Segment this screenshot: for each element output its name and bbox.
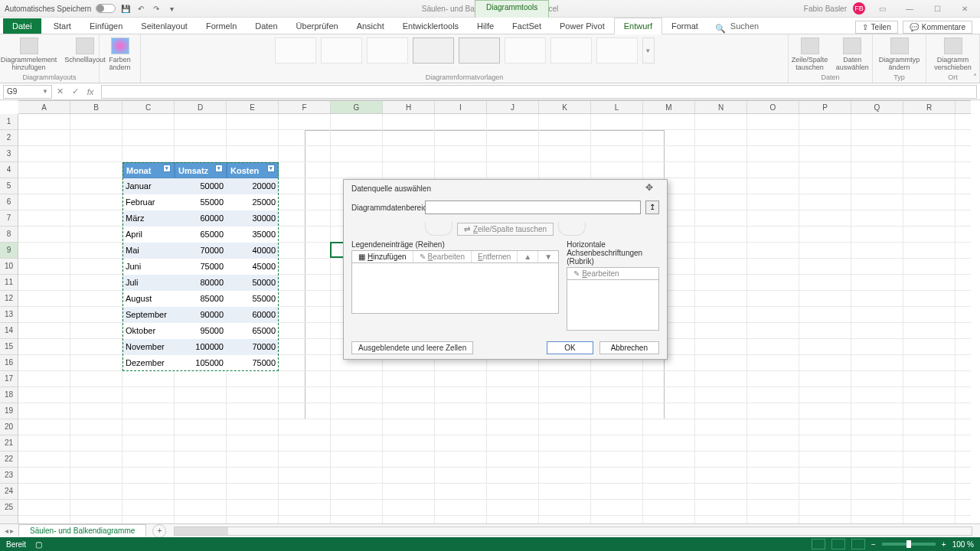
table-cell[interactable]: 50000: [175, 178, 227, 194]
fx-icon[interactable]: fx: [83, 87, 98, 96]
search-icon[interactable]: 🔍: [715, 23, 726, 34]
table-cell[interactable]: 60000: [227, 307, 279, 323]
row-head-19[interactable]: 19: [0, 403, 18, 419]
zoom-out-icon[interactable]: −: [871, 540, 876, 549]
autosave-toggle[interactable]: [96, 4, 116, 13]
new-sheet-button[interactable]: +: [152, 524, 166, 538]
col-head-A[interactable]: A: [18, 101, 70, 113]
col-head-O[interactable]: O: [747, 101, 799, 113]
table-cell[interactable]: 25000: [227, 194, 279, 210]
save-icon[interactable]: 💾: [120, 3, 131, 14]
change-chart-type-button[interactable]: Diagrammtyp ändern: [879, 37, 920, 71]
table-cell[interactable]: 90000: [175, 307, 227, 323]
col-head-D[interactable]: D: [175, 101, 227, 113]
tab-factset[interactable]: FactSet: [503, 18, 550, 34]
table-cell[interactable]: 40000: [227, 243, 279, 259]
chart-styles-more[interactable]: ▾: [642, 37, 655, 64]
table-cell[interactable]: 55000: [227, 291, 279, 307]
macro-record-icon[interactable]: ▢: [35, 540, 42, 549]
col-head-I[interactable]: I: [435, 101, 487, 113]
row-head-23[interactable]: 23: [0, 468, 18, 484]
tab-format[interactable]: Format: [662, 18, 707, 34]
row-head-6[interactable]: 6: [0, 194, 18, 210]
table-cell[interactable]: 80000: [175, 275, 227, 291]
row-head-7[interactable]: 7: [0, 210, 18, 227]
table-cell[interactable]: Juni: [122, 259, 175, 275]
table-cell[interactable]: November: [122, 339, 175, 355]
col-head-G[interactable]: G: [331, 101, 383, 113]
tab-insert[interactable]: Einfügen: [80, 18, 132, 34]
row-head-9[interactable]: 9: [0, 243, 18, 259]
row-head-16[interactable]: 16: [0, 355, 18, 371]
col-head-Q[interactable]: Q: [851, 101, 903, 113]
table-cell[interactable]: 65000: [175, 227, 227, 243]
tab-design[interactable]: Entwurf: [614, 18, 662, 34]
user-avatar[interactable]: FB: [853, 2, 865, 15]
table-cell[interactable]: 50000: [227, 275, 279, 291]
row-head-1[interactable]: 1: [0, 114, 18, 130]
col-head-E[interactable]: E: [227, 101, 279, 113]
row-head-12[interactable]: 12: [0, 291, 18, 307]
search-label[interactable]: Suchen: [726, 18, 763, 34]
tab-help[interactable]: Hilfe: [468, 18, 503, 34]
switch-row-col-button[interactable]: Zeile/Spalte tauschen: [792, 37, 828, 71]
col-head-C[interactable]: C: [122, 101, 175, 113]
table-cell[interactable]: 100000: [175, 339, 227, 355]
sheet-nav-next-icon[interactable]: ▸: [10, 527, 14, 535]
row-head-8[interactable]: 8: [0, 227, 18, 243]
row-head-14[interactable]: 14: [0, 323, 18, 339]
filter-icon[interactable]: ▾: [215, 165, 223, 172]
table-cell[interactable]: 75000: [175, 259, 227, 275]
legend-listbox[interactable]: [351, 263, 559, 314]
row-head-10[interactable]: 10: [0, 259, 18, 275]
row-head-13[interactable]: 13: [0, 307, 18, 323]
table-cell[interactable]: 30000: [227, 210, 279, 227]
enter-fx-icon[interactable]: ✓: [67, 86, 83, 96]
select-data-button[interactable]: Daten auswählen: [835, 37, 869, 71]
row-head-24[interactable]: 24: [0, 484, 18, 500]
row-head-20[interactable]: 20: [0, 419, 18, 435]
table-cell[interactable]: 65000: [227, 323, 279, 339]
col-head-N[interactable]: N: [695, 101, 747, 113]
table-cell[interactable]: Januar: [122, 178, 175, 194]
table-cell[interactable]: August: [122, 291, 175, 307]
table-cell[interactable]: März: [122, 210, 175, 227]
minimize-icon[interactable]: —: [899, 2, 920, 15]
row-head-2[interactable]: 2: [0, 130, 18, 146]
row-head-5[interactable]: 5: [0, 178, 18, 194]
row-head-3[interactable]: 3: [0, 146, 18, 162]
tab-data[interactable]: Daten: [246, 18, 286, 34]
zoom-level[interactable]: 100 %: [952, 540, 974, 549]
row-head-21[interactable]: 21: [0, 435, 18, 452]
table-cell[interactable]: April: [122, 227, 175, 243]
filter-icon[interactable]: ▾: [163, 165, 171, 172]
view-normal-icon[interactable]: [812, 539, 825, 549]
change-colors-button[interactable]: Farben ändern: [103, 37, 137, 71]
add-chart-element-button[interactable]: Diagrammelement hinzufügen: [0, 37, 60, 71]
view-pagebreak-icon[interactable]: [851, 539, 865, 549]
table-cell[interactable]: Juli: [122, 275, 175, 291]
table-cell[interactable]: Februar: [122, 194, 175, 210]
table-header[interactable]: Monat▾: [122, 162, 175, 178]
table-cell[interactable]: 70000: [175, 243, 227, 259]
chart-style-1[interactable]: [275, 37, 316, 64]
table-cell[interactable]: Mai: [122, 243, 175, 259]
share-button[interactable]: ⇪Teilen: [855, 21, 898, 34]
col-head-K[interactable]: K: [539, 101, 591, 113]
chart-style-8[interactable]: [596, 37, 638, 64]
row-head-18[interactable]: 18: [0, 387, 18, 403]
sheet-tab[interactable]: Säulen- und Balkendiagramme: [18, 524, 146, 536]
table-cell[interactable]: 55000: [175, 194, 227, 210]
tab-developer[interactable]: Entwicklertools: [394, 18, 468, 34]
tab-view[interactable]: Ansicht: [348, 18, 394, 34]
redo-icon[interactable]: ↷: [151, 3, 162, 14]
row-head-4[interactable]: 4: [0, 162, 18, 178]
chart-style-4[interactable]: [413, 37, 454, 64]
collapse-ribbon-icon[interactable]: ˄: [973, 73, 977, 81]
cancel-fx-icon[interactable]: ✕: [52, 86, 67, 96]
tab-start[interactable]: Start: [44, 18, 80, 34]
chart-style-2[interactable]: [321, 37, 362, 64]
row-head-22[interactable]: 22: [0, 452, 18, 468]
chart-style-3[interactable]: [367, 37, 408, 64]
maximize-icon[interactable]: ☐: [926, 2, 948, 15]
